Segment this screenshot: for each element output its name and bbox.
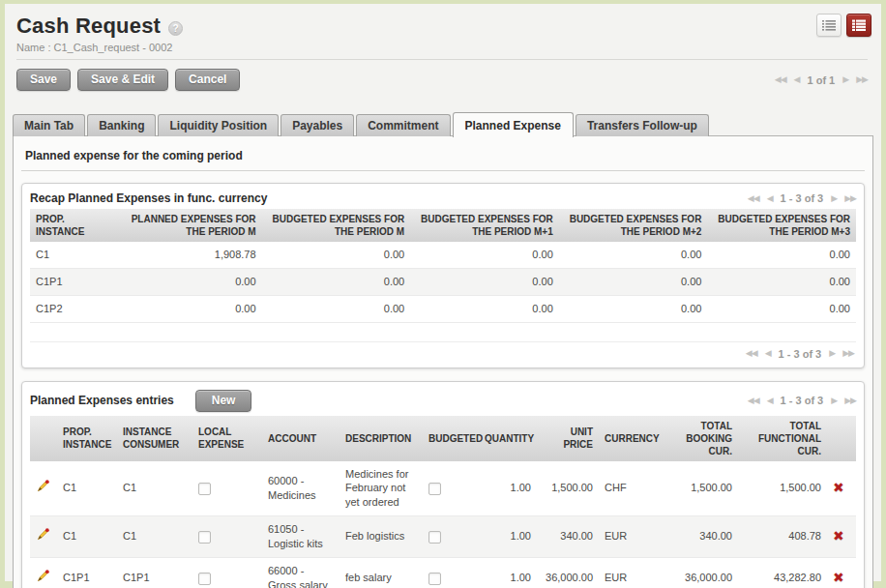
first-page-icon[interactable]: ◀◀ xyxy=(746,349,757,358)
column-header: BUDGETED EXPENSES FOR THE PERIOD M+2 xyxy=(559,209,708,242)
tab-payables[interactable]: Payables xyxy=(281,114,354,136)
column-header: LOCAL EXPENSE xyxy=(192,416,262,461)
column-header: BUDGETED EXPENSES FOR THE PERIOD M+3 xyxy=(707,209,856,242)
header-divider xyxy=(16,59,868,60)
pagination-label: 1 - 3 of 3 xyxy=(779,348,822,360)
tab-bar: Main Tab Banking Liquidity Position Paya… xyxy=(13,112,873,136)
next-page-icon[interactable]: ▶ xyxy=(842,75,848,84)
edit-icon[interactable] xyxy=(36,569,50,583)
account-cell: 60000 - Medicines xyxy=(262,461,340,516)
column-header: TOTAL FUNCTIONAL CUR. xyxy=(738,416,827,461)
delete-icon[interactable]: ✖ xyxy=(833,570,844,585)
pagination-label: 1 - 3 of 3 xyxy=(781,192,824,204)
local-expense-checkbox[interactable] xyxy=(198,531,211,544)
save-button[interactable]: Save xyxy=(16,69,71,91)
entries-title: Planned Expenses entries xyxy=(30,394,174,407)
tab-commitment[interactable]: Commitment xyxy=(356,114,450,136)
tab-transfers-follow-up[interactable]: Transfers Follow-up xyxy=(576,114,709,136)
delete-icon[interactable]: ✖ xyxy=(833,480,844,495)
tab-liquidity-position[interactable]: Liquidity Position xyxy=(158,114,279,136)
table-row: C1P1 C1P1 66000 - Gross salary feb salar… xyxy=(30,557,856,588)
local-expense-cell xyxy=(192,461,262,516)
amount-cell: 0.00 xyxy=(410,268,559,295)
first-page-icon[interactable]: ◀◀ xyxy=(748,194,759,203)
recap-pagination-bottom: ◀◀ ◀ 1 - 3 of 3 ▶ ▶▶ xyxy=(746,348,854,360)
entries-pagination-top: ◀◀ ◀ 1 - 3 of 3 ▶ ▶▶ xyxy=(748,395,856,406)
prop-instance-cell: C1P1 xyxy=(57,557,117,588)
next-page-icon[interactable]: ▶ xyxy=(831,397,837,405)
column-header: PLANNED EXPENSES FOR THE PERIOD M xyxy=(113,209,262,242)
amount-cell: 0.00 xyxy=(113,295,262,322)
delete-icon[interactable]: ✖ xyxy=(833,528,844,544)
last-page-icon[interactable]: ▶▶ xyxy=(844,397,856,405)
currency-cell: EUR xyxy=(599,557,657,588)
help-icon[interactable]: ? xyxy=(168,21,183,36)
pagination-label: 1 - 3 of 3 xyxy=(781,395,824,406)
prev-page-icon[interactable]: ◀ xyxy=(767,194,773,203)
entries-box: Planned Expenses entries New ◀◀ ◀ 1 - 3 … xyxy=(21,381,865,588)
description-cell: Feb logistics xyxy=(340,516,423,558)
prop-instance-cell: C1P2 xyxy=(30,295,113,322)
budgeted-checkbox[interactable] xyxy=(428,573,441,585)
save-edit-button[interactable]: Save & Edit xyxy=(77,69,168,91)
unit-price-cell: 1,500.00 xyxy=(537,461,599,516)
instance-consumer-cell: C1 xyxy=(117,516,192,558)
budgeted-cell xyxy=(423,557,479,588)
prev-page-icon[interactable]: ◀ xyxy=(794,75,800,84)
new-entry-button[interactable]: New xyxy=(195,390,252,412)
column-header: ACCOUNT xyxy=(262,416,340,461)
cancel-button[interactable]: Cancel xyxy=(175,69,240,91)
toolbar: Save Save & Edit Cancel ◀◀ ◀ 1 of 1 ▶ ▶▶ xyxy=(5,60,881,91)
table-row: C1 1,908.78 0.00 0.00 0.00 0.00 xyxy=(30,242,856,268)
local-expense-cell xyxy=(192,557,262,588)
next-page-icon[interactable]: ▶ xyxy=(829,349,835,358)
unit-price-cell: 340.00 xyxy=(537,516,599,558)
prop-instance-cell: C1 xyxy=(57,516,117,558)
last-page-icon[interactable]: ▶▶ xyxy=(844,194,856,203)
currency-cell: CHF xyxy=(599,461,657,516)
tab-main[interactable]: Main Tab xyxy=(13,114,85,136)
tab-planned-expense[interactable]: Planned Expense xyxy=(453,112,574,137)
local-expense-checkbox[interactable] xyxy=(198,483,211,495)
last-page-icon[interactable]: ▶▶ xyxy=(856,75,868,84)
edit-icon[interactable] xyxy=(36,527,50,542)
page: Cash Request ? Name : C1_Cash_request - … xyxy=(5,4,881,581)
budgeted-checkbox[interactable] xyxy=(428,531,441,544)
record-pagination: ◀◀ ◀ 1 of 1 ▶ ▶▶ xyxy=(775,74,868,86)
last-page-icon[interactable]: ▶▶ xyxy=(842,349,854,358)
column-header: TOTAL BOOKING CUR. xyxy=(657,416,738,461)
amount-cell: 0.00 xyxy=(707,268,856,295)
table-row: C1 C1 60000 - Medicines Medicines for Fe… xyxy=(30,461,856,516)
prop-instance-cell: C1 xyxy=(30,242,113,268)
page-header: Cash Request ? Name : C1_Cash_request - … xyxy=(5,4,881,60)
next-page-icon[interactable]: ▶ xyxy=(831,194,837,203)
budgeted-cell xyxy=(423,516,479,558)
column-header: PROP. INSTANCE xyxy=(57,416,117,461)
local-expense-checkbox[interactable] xyxy=(198,573,211,585)
quantity-cell: 1.00 xyxy=(479,557,537,588)
quantity-cell: 1.00 xyxy=(479,461,537,516)
amount-cell: 0.00 xyxy=(410,242,559,268)
detail-view-icon[interactable] xyxy=(846,14,871,37)
budgeted-checkbox[interactable] xyxy=(428,483,441,495)
amount-cell: 0.00 xyxy=(559,295,708,322)
edit-icon[interactable] xyxy=(36,479,50,493)
total-functional-cell: 1,500.00 xyxy=(738,461,827,516)
column-header: DESCRIPTION xyxy=(340,416,423,461)
edit-column-header xyxy=(30,416,57,461)
section-title: Planned expense for the coming period xyxy=(21,144,865,171)
entries-table: PROP. INSTANCE INSTANCE CONSUMER LOCAL E… xyxy=(30,416,856,588)
first-page-icon[interactable]: ◀◀ xyxy=(775,75,786,84)
instance-consumer-cell: C1P1 xyxy=(117,557,192,588)
prev-page-icon[interactable]: ◀ xyxy=(765,349,771,358)
unit-price-cell: 36,000.00 xyxy=(537,557,599,588)
first-page-icon[interactable]: ◀◀ xyxy=(748,397,759,405)
currency-cell: EUR xyxy=(599,516,657,558)
tab-panel: Planned expense for the coming period Re… xyxy=(13,135,873,588)
amount-cell: 0.00 xyxy=(262,268,411,295)
recap-box: Recap Planned Expenses in func. currency… xyxy=(21,183,865,368)
prev-page-icon[interactable]: ◀ xyxy=(767,397,773,405)
amount-cell: 0.00 xyxy=(559,242,708,268)
tab-banking[interactable]: Banking xyxy=(87,114,156,136)
list-view-icon[interactable] xyxy=(816,14,842,37)
